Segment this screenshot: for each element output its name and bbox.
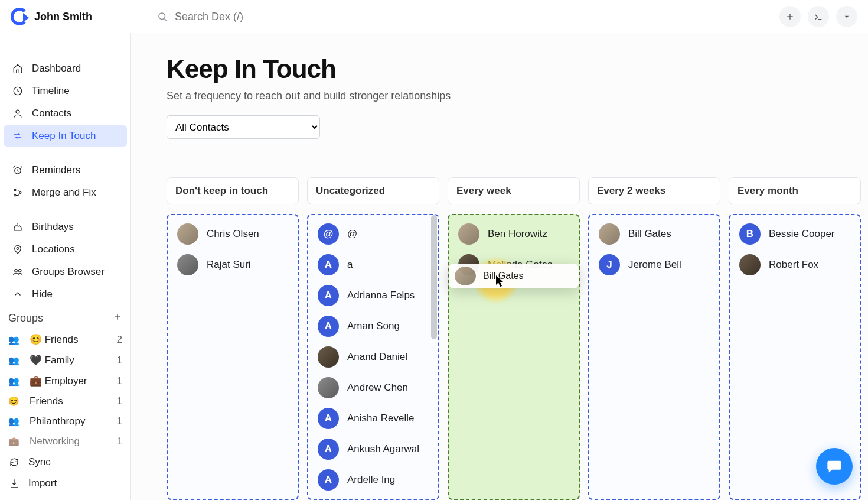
cake-icon [12,221,24,233]
contact-card[interactable]: AArdelle Ing [312,466,435,494]
contact-card[interactable]: AAman Song [312,312,435,340]
group-item[interactable]: 💼Networking1 [0,431,130,452]
nav-label: Merge and Fix [32,187,96,199]
column-header: Every month [729,177,861,204]
column-header: Every week [448,177,580,204]
contact-card[interactable]: AAnisha Revelle [312,404,435,433]
nav-item-dashboard[interactable]: Dashboard [4,58,127,79]
avatar [455,267,476,285]
contacts-filter-select[interactable]: All Contacts [167,115,320,139]
nav-label: Dashboard [32,63,81,74]
nav-label: Sync [28,456,51,468]
user-name: John Smith [34,11,92,23]
scrollbar-thumb[interactable] [431,215,437,339]
nav-item-sync[interactable]: Sync [0,452,130,473]
contact-card[interactable]: Rajat Suri [171,251,294,279]
group-count: 2 [117,334,122,346]
groups-header: Groups [0,306,130,329]
nav-item-reminders[interactable]: Reminders [4,160,127,181]
contact-card[interactable]: Robert Fox [733,251,856,279]
nav-item-contacts[interactable]: Contacts [4,103,127,124]
contact-card[interactable]: AAnkush Agarwal [312,435,435,463]
column: Every 2 weeksBill GatesJJerome Bell [588,177,720,500]
dropdown-button[interactable] [836,6,857,27]
nav-item-import[interactable]: Import [0,473,130,494]
svg-line-1 [164,18,166,20]
avatar: A [318,469,339,491]
add-button[interactable] [779,6,801,27]
column-dropzone[interactable]: @@AaAAdrianna FelpsAAman SongAnand Danie… [307,214,439,500]
add-group-button[interactable] [113,312,122,324]
nav-item-locations[interactable]: Locations [4,239,127,260]
column-header: Don't keep in touch [167,177,299,204]
contact-name: Ardelle Ing [347,474,395,486]
contact-name: Chris Olsen [207,228,259,240]
column: Uncategorized@@AaAAdrianna FelpsAAman So… [307,177,439,500]
nav-label: Import [28,478,57,489]
svg-point-0 [159,13,165,20]
group-label: 🖤 Family [30,354,74,366]
users-icon [12,266,24,278]
contact-card[interactable]: Andrew Chen [312,374,435,402]
contact-card[interactable]: @@ [312,220,435,248]
nav-label: Hide [32,288,53,300]
nav-item-birthdays[interactable]: Birthdays [4,216,127,238]
contact-card[interactable]: Anand Daniel [312,343,435,371]
avatar: A [318,254,339,275]
nav-item-merge-and-fix[interactable]: Merge and Fix [4,182,127,203]
contact-card[interactable]: BBessie Cooper [733,220,856,248]
contact-name: Bessie Cooper [769,228,835,240]
column-dropzone[interactable]: Bill GatesJJerome Bell [588,214,720,500]
contact-card[interactable]: AArdelle Forster [312,496,435,500]
svg-point-6 [16,110,19,113]
contact-card[interactable]: Aa [312,251,435,279]
nav-label: Reminders [32,164,80,176]
nav-label: Keep In Touch [32,130,96,142]
contact-name: Andrew Chen [347,382,408,394]
contact-card[interactable]: AAdrianna Felps [312,281,435,310]
chat-fab-button[interactable] [816,448,853,485]
avatar [177,254,198,275]
column-header: Every 2 weeks [588,177,720,204]
group-count: 1 [117,375,122,387]
nav-item-groups-browser[interactable]: Groups Browser [4,261,127,283]
contact-card[interactable]: Chris Olsen [171,220,294,248]
contact-card[interactable]: JJerome Bell [593,251,716,279]
kanban-board: Don't keep in touchChris OlsenRajat Suri… [167,177,868,500]
avatar [458,223,479,245]
chat-icon [826,458,843,475]
avatar [318,377,339,398]
search-input[interactable] [175,11,411,23]
contact-card[interactable]: Bill Gates [593,220,716,248]
group-item[interactable]: 👥🖤 Family1 [0,350,130,371]
group-count: 1 [117,355,122,366]
group-icon: 👥 [8,376,21,387]
contact-name: Aman Song [347,320,400,332]
group-item[interactable]: 👥Philanthropy1 [0,411,130,431]
svg-point-10 [19,192,21,194]
avatar: B [739,223,761,245]
command-button[interactable] [808,6,829,27]
column-dropzone[interactable]: Ben HorowitzMelinda Gates [448,214,580,500]
nav-item-hide[interactable]: Hide [4,284,127,305]
contact-name: Ben Horowitz [488,228,547,240]
svg-point-13 [19,270,22,272]
nav-label: Birthdays [32,221,74,233]
pin-icon [12,243,24,255]
avatar: A [318,285,339,306]
page-subtitle: Set a frequency to reach out and build s… [167,90,868,102]
download-icon [8,478,20,489]
contact-card[interactable]: Ben Horowitz [452,220,575,248]
avatar [599,223,620,245]
clock-icon [12,85,24,97]
group-item[interactable]: 👥😊 Friends2 [0,329,130,350]
nav-item-timeline[interactable]: Timeline [4,80,127,102]
avatar: @ [318,223,339,245]
group-item[interactable]: 😊Friends1 [0,391,130,411]
column-dropzone[interactable]: Chris OlsenRajat Suri [167,214,299,500]
nav-item-keep-in-touch[interactable]: Keep In Touch [4,125,127,147]
group-item[interactable]: 👥💼 Employer1 [0,371,130,391]
search-wrapper[interactable] [157,11,772,23]
app-logo-icon [11,8,28,25]
terminal-icon [814,12,823,21]
